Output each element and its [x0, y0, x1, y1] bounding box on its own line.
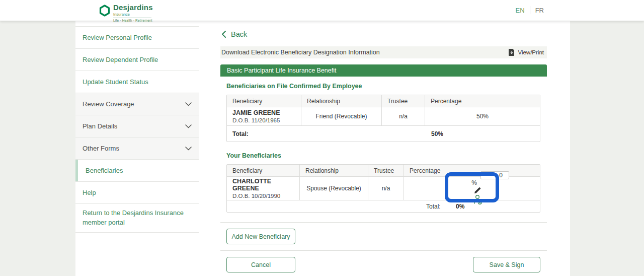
benefit-banner: Basic Participant Life Insurance Benefit	[220, 64, 547, 77]
percentage-input[interactable]	[480, 171, 509, 179]
document-icon	[509, 49, 515, 56]
table-row: CHARLOTTE GREENE D.O.B. 10/20/1990 Spous…	[227, 177, 540, 200]
sidebar-item-label: Beneficiaries	[86, 167, 123, 174]
back-button[interactable]: Back	[221, 30, 247, 38]
chevron-down-icon	[185, 102, 192, 106]
content-card: Review Personal Profile Review Dependent…	[75, 21, 570, 276]
section-divider	[220, 250, 547, 251]
sidebar-item-label: Review Dependent Profile	[83, 56, 158, 63]
beneficiary-dob: D.O.B. 11/20/1965	[232, 117, 295, 123]
sidebar-nav: Review Personal Profile Review Dependent…	[75, 26, 199, 233]
column-header-relationship: Relationship	[301, 95, 382, 107]
save-sign-button[interactable]: Save & Sign	[473, 257, 540, 272]
back-chevron-icon	[221, 31, 226, 38]
sidebar-item-label: Help	[83, 189, 96, 196]
sidebar-item-label: Update Student Status	[83, 78, 148, 86]
column-header-relationship: Relationship	[300, 165, 368, 176]
sidebar-item-label: Return to the Desjardins Insurance membe…	[83, 209, 192, 228]
download-designation-bar: Download Electronic Beneficiary Designat…	[220, 46, 547, 58]
sidebar-item-help[interactable]: Help	[75, 182, 199, 204]
sidebar-item-beneficiaries[interactable]: Beneficiaries	[75, 160, 199, 182]
download-bar-label: Download Electronic Beneficiary Designat…	[221, 49, 380, 56]
sidebar-item-update-student-status[interactable]: Update Student Status	[75, 71, 199, 93]
column-header-percentage: Percentage	[404, 165, 540, 176]
sidebar-item-review-personal-profile[interactable]: Review Personal Profile	[75, 27, 199, 49]
language-fr[interactable]: FR	[535, 7, 544, 14]
chevron-down-icon	[185, 124, 192, 128]
sidebar-item-label: Plan Details	[83, 122, 117, 130]
column-header-trustee: Trustee	[368, 165, 404, 176]
table-total-row: Total: 0%	[227, 200, 540, 212]
language-switch: EN FR	[516, 6, 544, 14]
main-content: Back Download Electronic Beneficiary Des…	[220, 21, 547, 276]
sidebar-item-label: Other Forms	[83, 145, 119, 152]
confirmed-beneficiaries-table: Beneficiary Relationship Trustee Percent…	[226, 95, 540, 142]
column-header-trustee: Trustee	[382, 95, 425, 107]
add-new-beneficiary-button[interactable]: Add New Beneficiary	[226, 229, 295, 244]
column-header-percentage: Percentage	[425, 95, 540, 107]
brand-tagline: Life · Health · Retirement	[113, 19, 153, 22]
cancel-button[interactable]: Cancel	[226, 257, 295, 272]
hexagon-logo-icon	[99, 5, 110, 17]
top-header: Desjardins Insurance Life · Health · Ret…	[0, 0, 644, 21]
table-row: JAMIE GREENE D.O.B. 11/20/1965 Friend (R…	[227, 107, 540, 126]
total-label: Total:	[232, 130, 249, 137]
table-header-row: Beneficiary Relationship Trustee Percent…	[227, 95, 540, 107]
sidebar-item-review-dependent-profile[interactable]: Review Dependent Profile	[75, 49, 199, 71]
benefit-banner-title: Basic Participant Life Insurance Benefit	[227, 67, 336, 74]
total-value: 50%	[431, 130, 443, 137]
chevron-down-icon	[185, 147, 192, 151]
your-beneficiaries-heading: Your Beneficiaries	[226, 152, 281, 159]
column-header-beneficiary: Beneficiary	[227, 95, 301, 107]
sidebar-item-label: Review Coverage	[83, 100, 134, 108]
column-header-beneficiary: Beneficiary	[227, 165, 300, 176]
language-en[interactable]: EN	[516, 7, 525, 14]
sidebar-item-review-coverage[interactable]: Review Coverage	[75, 93, 199, 115]
view-print-label: View/Print	[518, 49, 544, 55]
table-total-row: Total: 50%	[227, 126, 540, 142]
beneficiary-trustee: n/a	[382, 185, 390, 192]
beneficiary-name: JAMIE GREENE	[232, 109, 295, 116]
beneficiary-dob: D.O.B. 10/20/1990	[232, 193, 294, 199]
view-print-button[interactable]: View/Print	[509, 49, 544, 56]
desjardins-logo[interactable]: Desjardins Insurance Life · Health · Ret…	[99, 3, 153, 22]
beneficiary-trustee: n/a	[399, 113, 408, 120]
total-value: 0%	[456, 203, 464, 210]
sidebar-item-return-to-portal[interactable]: Return to the Desjardins Insurance membe…	[75, 204, 199, 233]
beneficiary-name: CHARLOTTE GREENE	[232, 178, 294, 192]
back-label: Back	[231, 30, 247, 38]
confirmed-beneficiaries-heading: Beneficiaries on File Confirmed By Emplo…	[226, 83, 362, 90]
your-beneficiaries-table: Beneficiary Relationship Trustee Percent…	[226, 164, 540, 213]
sidebar-item-plan-details[interactable]: Plan Details	[75, 115, 199, 137]
beneficiary-percentage: 50%	[476, 113, 489, 120]
percent-sign: %	[471, 179, 477, 186]
brand-name: Desjardins	[113, 3, 153, 12]
beneficiary-relationship: Friend (Revocable)	[315, 113, 367, 120]
section-divider	[220, 222, 547, 223]
sidebar-item-label: Review Personal Profile	[83, 34, 152, 41]
total-label: Total:	[426, 203, 441, 210]
beneficiary-relationship: Spouse (Revocable)	[306, 185, 361, 192]
sidebar-item-other-forms[interactable]: Other Forms	[75, 137, 199, 160]
edit-beneficiary-button[interactable]	[473, 186, 481, 194]
logo-divider	[113, 18, 151, 18]
edit-pencil-icon	[473, 186, 481, 194]
language-separator	[530, 6, 530, 14]
brand-division: Insurance	[113, 12, 153, 17]
